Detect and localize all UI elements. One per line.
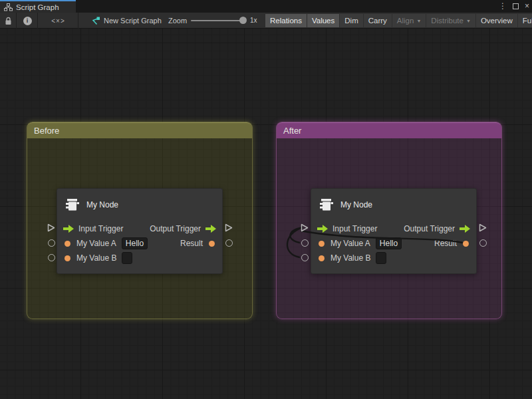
group-before-label: Before — [34, 126, 59, 136]
value-port-icon[interactable] — [319, 255, 325, 261]
ext-value-a-port[interactable] — [48, 239, 55, 247]
value-b-row: My Value B — [57, 251, 222, 265]
value-port-icon[interactable] — [65, 255, 70, 261]
ext-flow-in-port[interactable] — [47, 223, 55, 232]
graph-toolbar: i <×> New Script Graph Zoom 1x Relations… — [0, 13, 532, 29]
ext-result-port[interactable] — [479, 239, 487, 247]
input-trigger-label: Input Trigger — [332, 224, 377, 233]
unit-icon — [318, 197, 334, 213]
zoom-value: 1x — [250, 13, 257, 29]
flow-in-icon[interactable] — [63, 225, 74, 233]
distribute-button[interactable]: Distribute ▼ — [426, 14, 475, 27]
result-label: Result — [434, 239, 457, 248]
inspector-button[interactable]: i — [17, 13, 38, 29]
value-port-icon[interactable] — [319, 241, 325, 247]
code-icon: <×> — [51, 17, 65, 25]
node-title: My Node — [86, 200, 118, 209]
group-after-label: After — [283, 126, 301, 136]
node-header: My Node — [318, 197, 372, 213]
tab-bar: Script Graph ⋮ × — [0, 0, 532, 13]
maximize-icon[interactable] — [513, 3, 519, 9]
output-trigger-label: Output Trigger — [404, 224, 455, 233]
fullscreen-button[interactable]: Full Screen — [518, 14, 532, 27]
trigger-row: Input Trigger Output Trigger — [57, 222, 222, 235]
group-before-header[interactable]: Before — [27, 122, 252, 138]
graph-breadcrumb[interactable]: New Script Graph — [86, 13, 173, 29]
unit-icon — [64, 197, 80, 213]
result-label: Result — [180, 239, 203, 248]
ext-value-b-port[interactable] — [48, 254, 55, 261]
menu-icon[interactable]: ⋮ — [499, 0, 507, 13]
graph-canvas[interactable]: Before After — [0, 29, 532, 399]
value-b-label: My Value B — [76, 253, 116, 263]
value-b-label: My Value B — [331, 253, 370, 263]
graph-name: New Script Graph — [104, 17, 162, 25]
zoom-slider[interactable] — [191, 20, 243, 21]
node-header: My Node — [64, 197, 118, 213]
node-my-node-before[interactable]: My Node Input Trigger Output Trigger My … — [57, 188, 223, 274]
trigger-row: Input Trigger Output Trigger — [311, 222, 476, 235]
lock-icon — [5, 17, 12, 25]
variables-button[interactable]: <×> — [39, 13, 78, 29]
flow-in-icon[interactable] — [317, 225, 328, 233]
distribute-label: Distribute — [431, 17, 464, 25]
align-label: Align — [397, 17, 414, 25]
close-icon[interactable]: × — [525, 0, 529, 13]
overview-button[interactable]: Overview — [476, 14, 517, 27]
carry-button[interactable]: Carry — [364, 14, 392, 27]
values-button[interactable]: Values — [307, 14, 339, 27]
graph-icon — [90, 17, 100, 25]
flow-out-icon[interactable] — [205, 225, 216, 233]
zoom-slider-handle[interactable] — [239, 17, 247, 24]
value-a-label: My Value A — [76, 239, 116, 248]
value-b-row: My Value B — [311, 251, 476, 265]
value-a-row: My Value A Hello Result — [311, 237, 476, 250]
result-port-icon[interactable] — [463, 241, 469, 247]
ext-value-b-port[interactable] — [301, 254, 309, 261]
dim-button[interactable]: Dim — [340, 14, 362, 27]
ext-flow-out-port[interactable] — [479, 223, 487, 232]
window-controls: ⋮ × — [499, 0, 529, 13]
ext-value-a-port[interactable] — [301, 239, 309, 247]
toolbar-buttons: Relations Values Dim Carry Align ▼ Distr… — [265, 14, 532, 27]
tab-title: Script Graph — [16, 3, 59, 11]
info-icon: i — [23, 17, 32, 25]
output-trigger-label: Output Trigger — [150, 224, 201, 233]
value-a-label: My Value A — [331, 239, 370, 248]
chevron-down-icon: ▼ — [416, 19, 421, 23]
lock-button[interactable] — [0, 13, 17, 29]
zoom-label: Zoom — [168, 13, 187, 29]
script-graph-window: Script Graph ⋮ × i <×> — [0, 0, 532, 399]
input-trigger-label: Input Trigger — [78, 224, 123, 233]
align-button[interactable]: Align ▼ — [392, 14, 426, 27]
group-after-header[interactable]: After — [277, 122, 501, 138]
value-b-input[interactable] — [376, 252, 386, 264]
ext-flow-out-port[interactable] — [225, 223, 233, 232]
node-my-node-after[interactable]: My Node Input Trigger Output Trigger My … — [311, 188, 477, 274]
ext-result-port[interactable] — [225, 239, 233, 247]
value-a-row: My Value A Hello Result — [57, 237, 222, 250]
value-a-input[interactable]: Hello — [376, 237, 402, 249]
value-a-input[interactable]: Hello — [122, 237, 148, 249]
ext-flow-in-port[interactable] — [301, 223, 309, 232]
relations-button[interactable]: Relations — [265, 14, 307, 27]
node-title: My Node — [340, 200, 372, 209]
result-port-icon[interactable] — [209, 241, 215, 247]
value-b-input[interactable] — [122, 252, 132, 264]
hierarchy-icon — [4, 3, 13, 11]
flow-out-icon[interactable] — [460, 225, 470, 233]
chevron-down-icon: ▼ — [466, 19, 471, 23]
value-port-icon[interactable] — [65, 241, 70, 247]
tab-script-graph[interactable]: Script Graph — [0, 0, 76, 13]
